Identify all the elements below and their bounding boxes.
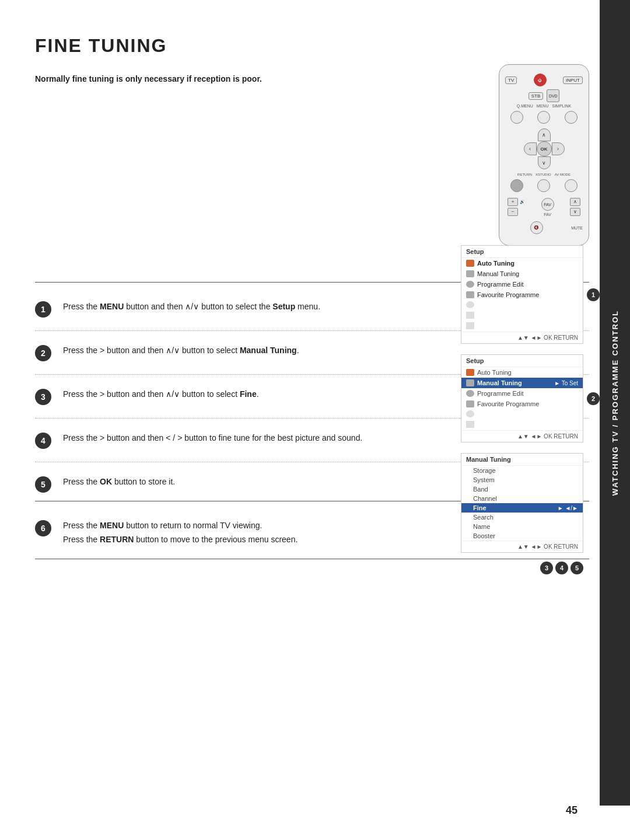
fav-button[interactable]: FAV xyxy=(541,198,554,211)
screen-1-item-3: Programme Edit xyxy=(477,281,523,288)
q-menu-button[interactable] xyxy=(510,111,523,124)
mute-button[interactable]: 🔇 xyxy=(530,221,543,234)
circle-3: 3 xyxy=(540,562,553,574)
vol-up-row: + 🔊 xyxy=(508,198,525,206)
remote-control-image: TV ⏻ INPUT STB DVD Q.MENU MENU SIMPLINK xyxy=(499,64,589,246)
screen-3-footer: ▲▼ ◄► OK RETURN xyxy=(461,541,583,552)
ch-controls: ∧ ∨ xyxy=(570,198,580,216)
dvd-button[interactable]: DVD xyxy=(547,89,559,102)
screen-2-circle: 2 xyxy=(587,392,600,405)
screen-3-title: Manual Tuning xyxy=(461,454,583,466)
remote-second-row: STB DVD xyxy=(505,89,583,102)
input-button[interactable]: INPUT xyxy=(563,76,583,84)
screen-2-item-4-row: Favourite Programme xyxy=(461,399,583,409)
av-mode-label: AV MODE xyxy=(555,173,570,176)
nav-left-button[interactable]: ‹ xyxy=(524,142,537,155)
screen-2-arrow: ► To Set xyxy=(554,380,578,386)
screen-1: Setup Auto Tuning Manual Tuning Programm… xyxy=(461,245,583,344)
screen-1-item-4: Favourite Programme xyxy=(477,291,539,298)
mute-label: MUTE xyxy=(571,226,583,230)
screen-3-item-booster: Booster xyxy=(461,531,583,541)
screen-2-item-1-row: Auto Tuning xyxy=(461,367,583,378)
screen-2-spacer-icon2 xyxy=(466,421,474,428)
return-btns-row xyxy=(505,178,583,193)
xstudio-label: XSTUDIO xyxy=(536,173,551,176)
screen-3-item-fine: Fine xyxy=(473,504,487,511)
screen-1-spacer-icon3 xyxy=(466,322,474,329)
nav-down-button[interactable]: ∨ xyxy=(538,156,551,169)
screen-2: Setup Auto Tuning Manual Tuning ► To Set… xyxy=(461,354,583,442)
screen-2-spacer1 xyxy=(461,409,583,420)
circle-4: 4 xyxy=(555,562,568,574)
vol-controls: + 🔊 − xyxy=(508,198,525,216)
step-6-number: 6 xyxy=(35,520,51,536)
screen-1-title: Setup xyxy=(461,246,583,258)
screen-3-item-channel: Channel xyxy=(461,494,583,503)
q-menu-label: Q.MENU xyxy=(517,104,533,108)
power-button[interactable]: ⏻ xyxy=(534,74,547,86)
menu-button[interactable] xyxy=(537,111,550,124)
screen-2-spacer-icon1 xyxy=(466,410,474,417)
sidebar-label: WATCHING TV / PROGRAMME CONTROL xyxy=(611,310,620,496)
vol-up-button[interactable]: + xyxy=(508,198,518,206)
av-mode-button[interactable] xyxy=(565,179,578,192)
screen-2-icon-4 xyxy=(466,400,474,407)
screen-diagrams: Setup Auto Tuning Manual Tuning Programm… xyxy=(461,245,583,574)
vol-down-row: − xyxy=(508,208,525,216)
step-4-number: 4 xyxy=(35,433,51,449)
tv-button[interactable]: TV xyxy=(505,76,517,84)
screen-1-icon-2 xyxy=(466,270,474,277)
stb-button[interactable]: STB xyxy=(528,92,544,100)
screen-2-title: Setup xyxy=(461,355,583,367)
screen-1-item-4-row: Favourite Programme xyxy=(461,290,583,300)
return-button[interactable] xyxy=(510,179,523,192)
screen-2-item-3: Programme Edit xyxy=(477,390,523,397)
circle-5: 5 xyxy=(570,562,583,574)
screen-3-item-name: Name xyxy=(461,522,583,531)
fav-label: FAV xyxy=(541,212,554,217)
screen-1-spacer2 xyxy=(461,311,583,321)
screen-1-item-2-row: Manual Tuning xyxy=(461,269,583,279)
screen-1-item-1: Auto Tuning xyxy=(477,260,514,267)
ch-down-button[interactable]: ∨ xyxy=(570,208,580,216)
screen-3-wrapper: Manual Tuning Storage System Band Channe… xyxy=(461,453,583,574)
menu-label: MENU xyxy=(537,104,549,108)
screen-2-item-4: Favourite Programme xyxy=(477,400,539,407)
return-label: RETURN xyxy=(517,173,532,176)
screen-3-fine-arrow: ► ◄/► xyxy=(558,505,578,511)
ch-up-button[interactable]: ∧ xyxy=(570,198,580,206)
screen-3-item-system: System xyxy=(461,475,583,485)
vol-fav-row: + 🔊 − FAV FAV ∧ ∨ xyxy=(508,197,580,217)
screen-1-spacer1 xyxy=(461,300,583,311)
screen-3-item-search: Search xyxy=(461,513,583,522)
screen-1-spacer-icon2 xyxy=(466,312,474,319)
screen-2-item-1: Auto Tuning xyxy=(477,369,512,376)
simplink-button[interactable] xyxy=(565,111,578,124)
fav-controls: FAV FAV xyxy=(541,197,554,217)
nav-up-button[interactable]: ∧ xyxy=(538,128,551,141)
screen-2-icon-1 xyxy=(466,369,474,376)
screen-3: Manual Tuning Storage System Band Channe… xyxy=(461,453,583,553)
screen-2-wrapper: Setup Auto Tuning Manual Tuning ► To Set… xyxy=(461,354,583,442)
screen-3-item-fine-row: Fine ► ◄/► xyxy=(461,503,583,513)
screen-3-circles: 3 4 5 xyxy=(461,562,583,574)
simplink-label: SIMPLINK xyxy=(552,104,571,108)
nav-cross: ∧ ∨ ‹ › OK xyxy=(524,128,565,169)
nav-right-button[interactable]: › xyxy=(552,142,565,155)
xstudio-button[interactable] xyxy=(537,179,550,192)
ok-button[interactable]: OK xyxy=(537,141,552,156)
remote-wrapper: TV ⏻ INPUT STB DVD Q.MENU MENU SIMPLINK xyxy=(499,64,589,246)
screen-2-footer: ▲▼ ◄► OK RETURN xyxy=(461,430,583,442)
screen-1-icon-1 xyxy=(466,260,474,267)
page-container: WATCHING TV / PROGRAMME CONTROL FINE TUN… xyxy=(0,0,630,840)
screen-1-footer: ▲▼ ◄► OK RETURN xyxy=(461,332,583,343)
step-1-number: 1 xyxy=(35,301,51,318)
screen-1-icon-4 xyxy=(466,291,474,298)
return-row-labels: RETURN XSTUDIO AV MODE xyxy=(505,173,583,176)
screen-3-item-band: Band xyxy=(461,485,583,494)
top-btns-row xyxy=(505,110,583,125)
vol-down-button[interactable]: − xyxy=(508,208,518,216)
screen-3-item-storage: Storage xyxy=(461,466,583,475)
screen-1-circle: 1 xyxy=(587,288,600,301)
step-2-number: 2 xyxy=(35,345,51,361)
